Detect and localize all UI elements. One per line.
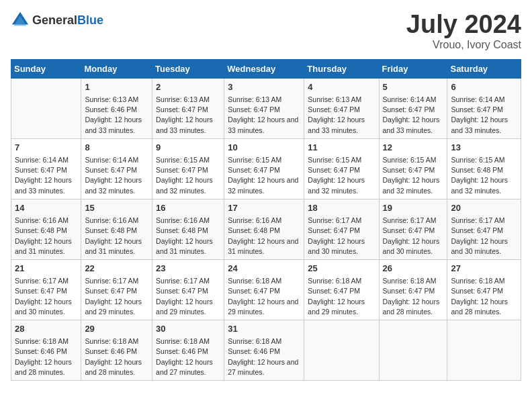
- day-number: 3: [228, 81, 300, 93]
- cell-info: Sunrise: 6:14 AMSunset: 6:47 PMDaylight:…: [15, 155, 77, 196]
- cell-info: Sunrise: 6:16 AMSunset: 6:48 PMDaylight:…: [228, 216, 300, 257]
- cell-info: Sunrise: 6:17 AMSunset: 6:47 PMDaylight:…: [308, 216, 375, 257]
- week-row-1: 1Sunrise: 6:13 AMSunset: 6:46 PMDaylight…: [11, 78, 521, 138]
- cell-info: Sunrise: 6:18 AMSunset: 6:46 PMDaylight:…: [15, 336, 77, 377]
- cell-info: Sunrise: 6:18 AMSunset: 6:47 PMDaylight:…: [383, 276, 444, 317]
- day-number: 7: [15, 142, 77, 154]
- cell-w1-d3: 3Sunrise: 6:13 AMSunset: 6:47 PMDaylight…: [224, 78, 304, 138]
- cell-info: Sunrise: 6:18 AMSunset: 6:47 PMDaylight:…: [228, 276, 300, 317]
- cell-w2-d6: 13Sunrise: 6:15 AMSunset: 6:48 PMDayligh…: [447, 138, 521, 199]
- header-thursday: Thursday: [304, 59, 379, 78]
- cell-info: Sunrise: 6:13 AMSunset: 6:47 PMDaylight:…: [156, 95, 220, 136]
- cell-w2-d3: 10Sunrise: 6:15 AMSunset: 6:47 PMDayligh…: [224, 138, 304, 199]
- week-row-3: 14Sunrise: 6:16 AMSunset: 6:48 PMDayligh…: [11, 199, 521, 259]
- header-monday: Monday: [81, 59, 152, 78]
- day-number: 2: [156, 81, 220, 93]
- cell-info: Sunrise: 6:16 AMSunset: 6:48 PMDaylight:…: [85, 216, 148, 257]
- cell-info: Sunrise: 6:15 AMSunset: 6:47 PMDaylight:…: [383, 155, 444, 196]
- day-number: 20: [451, 202, 517, 214]
- cell-w4-d1: 22Sunrise: 6:17 AMSunset: 6:47 PMDayligh…: [81, 259, 152, 320]
- cell-w3-d3: 17Sunrise: 6:16 AMSunset: 6:48 PMDayligh…: [224, 199, 304, 259]
- logo: GeneralBlue: [11, 11, 103, 30]
- header-sunday: Sunday: [11, 59, 81, 78]
- day-number: 25: [308, 263, 375, 275]
- cell-w4-d3: 24Sunrise: 6:18 AMSunset: 6:47 PMDayligh…: [224, 259, 304, 320]
- day-number: 19: [383, 202, 444, 214]
- cell-w4-d0: 21Sunrise: 6:17 AMSunset: 6:47 PMDayligh…: [11, 259, 81, 320]
- cell-info: Sunrise: 6:14 AMSunset: 6:47 PMDaylight:…: [85, 155, 148, 196]
- cell-info: Sunrise: 6:15 AMSunset: 6:47 PMDaylight:…: [228, 155, 300, 196]
- cell-info: Sunrise: 6:18 AMSunset: 6:46 PMDaylight:…: [85, 336, 148, 377]
- cell-info: Sunrise: 6:15 AMSunset: 6:47 PMDaylight:…: [156, 155, 220, 196]
- day-number: 11: [308, 142, 375, 154]
- cell-w2-d2: 9Sunrise: 6:15 AMSunset: 6:47 PMDaylight…: [152, 138, 224, 199]
- cell-w2-d1: 8Sunrise: 6:14 AMSunset: 6:47 PMDaylight…: [81, 138, 152, 199]
- week-row-2: 7Sunrise: 6:14 AMSunset: 6:47 PMDaylight…: [11, 138, 521, 199]
- cell-info: Sunrise: 6:15 AMSunset: 6:47 PMDaylight:…: [308, 155, 375, 196]
- day-number: 22: [85, 263, 148, 275]
- cell-info: Sunrise: 6:13 AMSunset: 6:46 PMDaylight:…: [85, 95, 148, 136]
- cell-w2-d0: 7Sunrise: 6:14 AMSunset: 6:47 PMDaylight…: [11, 138, 81, 199]
- cell-info: Sunrise: 6:15 AMSunset: 6:48 PMDaylight:…: [451, 155, 517, 196]
- header-friday: Friday: [379, 59, 447, 78]
- cell-info: Sunrise: 6:13 AMSunset: 6:47 PMDaylight:…: [308, 95, 375, 136]
- cell-w1-d6: 6Sunrise: 6:14 AMSunset: 6:47 PMDaylight…: [447, 78, 521, 138]
- day-number: 6: [451, 81, 517, 93]
- day-number: 5: [383, 81, 444, 93]
- cell-w5-d4: [304, 320, 379, 381]
- day-number: 18: [308, 202, 375, 214]
- day-number: 1: [85, 81, 148, 93]
- cell-w5-d5: [379, 320, 447, 381]
- day-number: 16: [156, 202, 220, 214]
- day-number: 23: [156, 263, 220, 275]
- cell-info: Sunrise: 6:13 AMSunset: 6:47 PMDaylight:…: [228, 95, 300, 136]
- day-number: 29: [85, 323, 148, 335]
- cell-info: Sunrise: 6:18 AMSunset: 6:47 PMDaylight:…: [451, 276, 517, 317]
- week-row-4: 21Sunrise: 6:17 AMSunset: 6:47 PMDayligh…: [11, 259, 521, 320]
- header-saturday: Saturday: [447, 59, 521, 78]
- cell-info: Sunrise: 6:18 AMSunset: 6:46 PMDaylight:…: [228, 336, 300, 377]
- cell-w3-d5: 19Sunrise: 6:17 AMSunset: 6:47 PMDayligh…: [379, 199, 447, 259]
- header-wednesday: Wednesday: [224, 59, 304, 78]
- title-block: July 2024 Vrouo, Ivory Coast: [406, 11, 521, 51]
- day-number: 30: [156, 323, 220, 335]
- cell-info: Sunrise: 6:18 AMSunset: 6:47 PMDaylight:…: [308, 276, 375, 317]
- cell-w1-d4: 4Sunrise: 6:13 AMSunset: 6:47 PMDaylight…: [304, 78, 379, 138]
- day-number: 17: [228, 202, 300, 214]
- cell-info: Sunrise: 6:14 AMSunset: 6:47 PMDaylight:…: [383, 95, 444, 136]
- cell-w1-d1: 1Sunrise: 6:13 AMSunset: 6:46 PMDaylight…: [81, 78, 152, 138]
- cell-w2-d4: 11Sunrise: 6:15 AMSunset: 6:47 PMDayligh…: [304, 138, 379, 199]
- cell-w5-d3: 31Sunrise: 6:18 AMSunset: 6:46 PMDayligh…: [224, 320, 304, 381]
- cell-w5-d0: 28Sunrise: 6:18 AMSunset: 6:46 PMDayligh…: [11, 320, 81, 381]
- location-subtitle: Vrouo, Ivory Coast: [406, 39, 521, 51]
- cell-w4-d6: 27Sunrise: 6:18 AMSunset: 6:47 PMDayligh…: [447, 259, 521, 320]
- header-tuesday: Tuesday: [152, 59, 224, 78]
- day-number: 12: [383, 142, 444, 154]
- day-number: 8: [85, 142, 148, 154]
- cell-w3-d6: 20Sunrise: 6:17 AMSunset: 6:47 PMDayligh…: [447, 199, 521, 259]
- cell-w3-d4: 18Sunrise: 6:17 AMSunset: 6:47 PMDayligh…: [304, 199, 379, 259]
- cell-w5-d2: 30Sunrise: 6:18 AMSunset: 6:46 PMDayligh…: [152, 320, 224, 381]
- cell-info: Sunrise: 6:14 AMSunset: 6:47 PMDaylight:…: [451, 95, 517, 136]
- logo-icon: [11, 11, 30, 30]
- day-number: 10: [228, 142, 300, 154]
- cell-info: Sunrise: 6:17 AMSunset: 6:47 PMDaylight:…: [85, 276, 148, 317]
- cell-w5-d1: 29Sunrise: 6:18 AMSunset: 6:46 PMDayligh…: [81, 320, 152, 381]
- day-number: 21: [15, 263, 77, 275]
- cell-w1-d5: 5Sunrise: 6:14 AMSunset: 6:47 PMDaylight…: [379, 78, 447, 138]
- day-number: 28: [15, 323, 77, 335]
- page-header: GeneralBlue July 2024 Vrouo, Ivory Coast: [11, 11, 521, 51]
- week-row-5: 28Sunrise: 6:18 AMSunset: 6:46 PMDayligh…: [11, 320, 521, 381]
- logo-general: General: [32, 13, 77, 27]
- cell-info: Sunrise: 6:17 AMSunset: 6:47 PMDaylight:…: [156, 276, 220, 317]
- cell-info: Sunrise: 6:18 AMSunset: 6:46 PMDaylight:…: [156, 336, 220, 377]
- cell-info: Sunrise: 6:17 AMSunset: 6:47 PMDaylight:…: [15, 276, 77, 317]
- cell-info: Sunrise: 6:16 AMSunset: 6:48 PMDaylight:…: [15, 216, 77, 257]
- cell-w4-d2: 23Sunrise: 6:17 AMSunset: 6:47 PMDayligh…: [152, 259, 224, 320]
- day-number: 14: [15, 202, 77, 214]
- cell-w1-d0: [11, 78, 81, 138]
- cell-info: Sunrise: 6:17 AMSunset: 6:47 PMDaylight:…: [451, 216, 517, 257]
- cell-w3-d0: 14Sunrise: 6:16 AMSunset: 6:48 PMDayligh…: [11, 199, 81, 259]
- day-number: 26: [383, 263, 444, 275]
- day-number: 4: [308, 81, 375, 93]
